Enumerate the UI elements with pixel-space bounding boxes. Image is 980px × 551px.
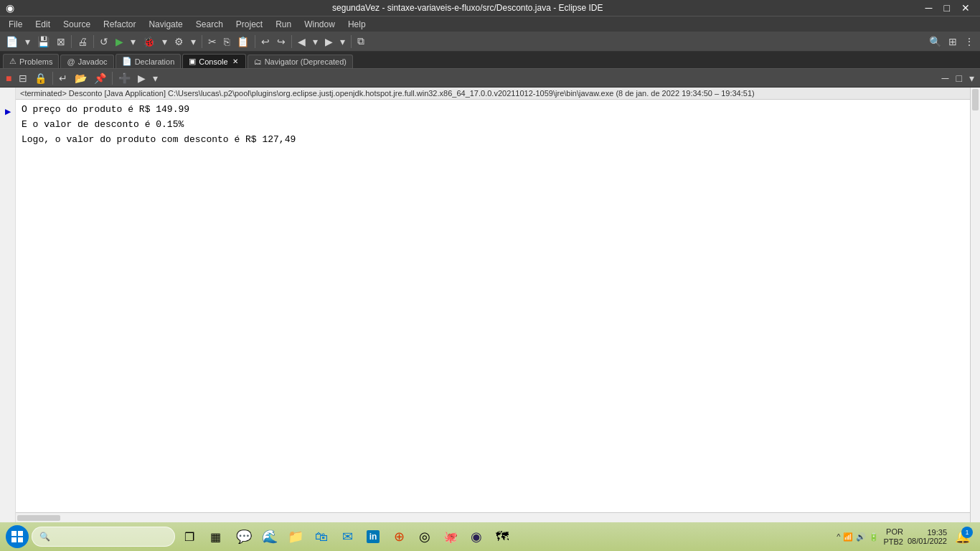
tab-javadoc[interactable]: @ Javadoc xyxy=(60,55,113,68)
open-console-button[interactable]: 📂 xyxy=(72,70,90,86)
tray-chevron[interactable]: ^ xyxy=(837,532,840,541)
store-icon: 🛍 xyxy=(315,529,328,545)
menu-file[interactable]: File xyxy=(3,18,28,31)
next-dropdown[interactable]: ▾ xyxy=(337,34,348,50)
window-controls: ─ □ ✕ xyxy=(921,0,974,16)
console-area: <terminated> Desconto [Java Application]… xyxy=(16,88,970,522)
menu-run[interactable]: Run xyxy=(270,18,297,31)
next-button[interactable]: ▶ xyxy=(322,34,336,50)
close-button[interactable]: ✕ xyxy=(957,0,974,16)
maximize-button[interactable]: □ xyxy=(940,0,954,16)
menu-project[interactable]: Project xyxy=(230,18,268,31)
maximize-view-button[interactable]: □ xyxy=(953,70,965,86)
minimize-view-button[interactable]: ─ xyxy=(939,70,952,86)
github-desktop-button[interactable]: 🐙 xyxy=(439,525,462,548)
console-line-3: Logo, o valor do produto com desconto é … xyxy=(22,133,964,148)
console-tabs: ⚠ Problems @ Javadoc 📄 Declaration ▣ Con… xyxy=(0,52,980,69)
menu-refactor[interactable]: Refactor xyxy=(98,18,141,31)
linkedin-icon-button[interactable]: in xyxy=(362,525,385,548)
clear-console-button[interactable]: ⊟ xyxy=(16,70,30,86)
perspective-button[interactable]: ⊞ xyxy=(946,34,960,50)
display-selected-button[interactable]: ▶ xyxy=(135,70,149,86)
toolbar-overflow[interactable]: ⋮ xyxy=(961,34,977,50)
sep-c1 xyxy=(52,72,53,85)
view-menu-button[interactable]: ▾ xyxy=(966,70,977,86)
widgets-icon: ▦ xyxy=(210,530,221,544)
prev-dropdown[interactable]: ▾ xyxy=(310,34,321,50)
menu-source[interactable]: Source xyxy=(57,18,96,31)
console-close-button[interactable]: ✕ xyxy=(231,57,240,65)
titlebar: ◉ segundaVez - sintaxe-variaveis-e-fluxo… xyxy=(0,0,980,16)
debug-button[interactable]: 🐞 xyxy=(140,34,158,50)
start-button[interactable] xyxy=(6,525,29,548)
maps-icon-button[interactable]: 🗺 xyxy=(491,525,514,548)
tab-problems[interactable]: ⚠ Problems xyxy=(3,54,59,68)
taskbar-date: 08/01/2022 xyxy=(908,537,947,545)
search-toolbar-button[interactable]: 🔍 xyxy=(926,34,944,50)
edge-icon-button[interactable]: 🌊 xyxy=(258,525,281,548)
new-button[interactable]: 📄 xyxy=(3,34,21,50)
cut-button[interactable]: ✂ xyxy=(205,34,220,50)
system-tray: ^ 📶 🔊 🔋 xyxy=(837,532,879,542)
new-console-button[interactable]: ➕ xyxy=(116,70,133,86)
taskbar-search[interactable]: 🔍 xyxy=(32,527,175,547)
javadoc-icon: @ xyxy=(67,57,75,66)
print-button[interactable]: 🖨 xyxy=(75,34,90,50)
menu-help[interactable]: Help xyxy=(342,18,372,31)
tab-console[interactable]: ▣ Console ✕ xyxy=(182,54,245,68)
store-icon-button[interactable]: 🛍 xyxy=(310,525,333,548)
notification-area: 🔔 1 xyxy=(951,525,974,548)
taskbar-datetime[interactable]: 19:35 08/01/2022 xyxy=(908,528,947,545)
run-dropdown[interactable]: ▾ xyxy=(128,34,138,50)
menu-search[interactable]: Search xyxy=(190,18,229,31)
build-dropdown[interactable]: ▾ xyxy=(188,34,199,50)
sep-c2 xyxy=(112,72,113,85)
office-icon-button[interactable]: ⊕ xyxy=(387,525,410,548)
taskbar-clock[interactable]: POR PTB2 xyxy=(883,527,903,547)
prev-button[interactable]: ◀ xyxy=(295,34,308,50)
menu-edit[interactable]: Edit xyxy=(29,18,56,31)
refresh-button[interactable]: ↺ xyxy=(97,34,111,50)
scrollbar-vertical[interactable] xyxy=(970,88,980,522)
minimize-button[interactable]: ─ xyxy=(921,0,937,16)
app-icon: ◉ xyxy=(6,2,14,14)
paste-button[interactable]: 📋 xyxy=(234,34,252,50)
tab-declaration[interactable]: 📄 Declaration xyxy=(116,54,182,68)
build-button[interactable]: ⚙ xyxy=(171,34,187,50)
mail-icon-button[interactable]: ✉ xyxy=(336,525,359,548)
undo-button[interactable]: ↩ xyxy=(258,34,273,50)
explorer-icon-button[interactable]: 📁 xyxy=(284,525,307,548)
teams-icon-button[interactable]: 💬 xyxy=(232,525,255,548)
save-all-button[interactable]: ⊠ xyxy=(54,34,68,50)
word-wrap-button[interactable]: ↵ xyxy=(56,70,70,86)
main-area: ▶ <terminated> Desconto [Java Applicatio… xyxy=(0,88,980,522)
pin-console-button[interactable]: 📌 xyxy=(91,70,109,86)
problems-icon: ⚠ xyxy=(9,57,17,66)
chrome-icon-button[interactable]: ◎ xyxy=(413,525,436,548)
office-icon: ⊕ xyxy=(394,529,405,545)
scrollbar-horizontal[interactable] xyxy=(16,512,970,522)
svg-rect-1 xyxy=(18,531,23,536)
external-button[interactable]: ⧉ xyxy=(354,34,367,50)
explorer-icon: 📁 xyxy=(288,529,303,545)
copy-button[interactable]: ⎘ xyxy=(221,34,232,50)
scroll-lock-button[interactable]: 🔒 xyxy=(32,70,50,86)
new-dropdown[interactable]: ▾ xyxy=(22,34,33,50)
save-button[interactable]: 💾 xyxy=(34,34,52,50)
widgets-button[interactable]: ▦ xyxy=(204,525,227,548)
redo-button[interactable]: ↪ xyxy=(274,34,288,50)
console-view-dropdown[interactable]: ▾ xyxy=(150,70,161,86)
notification-badge: 1 xyxy=(961,527,973,538)
run-button[interactable]: ▶ xyxy=(113,34,126,50)
debug-dropdown[interactable]: ▾ xyxy=(159,34,170,50)
menu-navigate[interactable]: Navigate xyxy=(143,18,188,31)
terminate-button[interactable]: ■ xyxy=(3,70,14,86)
menubar: File Edit Source Refactor Navigate Searc… xyxy=(0,16,980,32)
taskbar-search-icon: 🔍 xyxy=(39,532,50,542)
taskview-button[interactable]: ❐ xyxy=(178,525,201,548)
github-desktop-wrap: 🐙 xyxy=(439,525,462,548)
eclipse-icon-button[interactable]: ◉ xyxy=(465,525,488,548)
console-output[interactable]: O preço do produto é R$ 149.99 E o valor… xyxy=(16,100,970,512)
menu-window[interactable]: Window xyxy=(298,18,341,31)
tab-navigator[interactable]: 🗂 Navigator (Deprecated) xyxy=(248,55,353,68)
